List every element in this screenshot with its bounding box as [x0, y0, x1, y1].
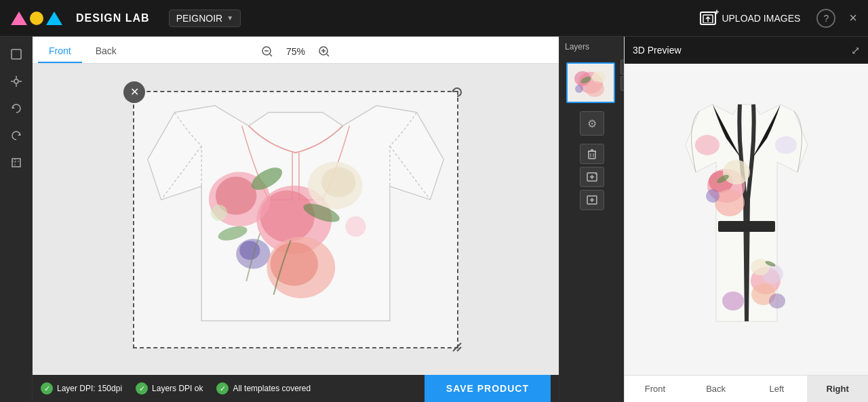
- status-layers-label: Layers DPI ok: [152, 384, 203, 393]
- upload-icon: [700, 12, 716, 25]
- check-layers-icon: ✓: [136, 382, 148, 395]
- logo-pink-triangle: [11, 12, 27, 25]
- header: DESIGN LAB PEIGNOIR ▼ UPLOAD IMAGES ? ×: [0, 0, 868, 37]
- svg-rect-58: [718, 221, 775, 232]
- svg-point-72: [695, 135, 719, 155]
- layers-title: Layers: [559, 37, 624, 57]
- svg-point-61: [723, 160, 750, 184]
- preview-image: [625, 64, 868, 375]
- svg-point-64: [706, 189, 719, 203]
- tab-front[interactable]: Front: [38, 40, 82, 63]
- expand-preview-button[interactable]: ⤢: [851, 44, 860, 57]
- rotate-left-button[interactable]: [4, 96, 28, 121]
- close-design-button[interactable]: ✕: [123, 81, 145, 103]
- preview-panel: 3D Preview ⤢: [624, 37, 868, 402]
- logo-blue-triangle: [46, 12, 62, 25]
- add-image-layer-button[interactable]: +: [580, 167, 604, 187]
- preview-tabs: Front Back Left Right: [625, 375, 868, 402]
- delete-layer-button[interactable]: [580, 144, 604, 164]
- save-product-button[interactable]: SAVE PRODUCT: [425, 375, 551, 402]
- preview-header: 3D Preview ⤢: [625, 37, 868, 64]
- svg-point-63: [715, 189, 745, 216]
- svg-line-22: [457, 347, 461, 351]
- svg-marker-9: [18, 133, 20, 136]
- preview-tab-front[interactable]: Front: [625, 376, 686, 402]
- check-templates-icon: ✓: [216, 382, 229, 395]
- canvas-area: Front Back 75% ✕: [33, 37, 559, 402]
- view-tabs: Front Back 75%: [33, 37, 559, 64]
- svg-text:+: +: [595, 172, 597, 176]
- svg-marker-8: [12, 106, 15, 108]
- svg-point-70: [722, 292, 744, 310]
- logo-yellow-circle: [30, 12, 43, 25]
- move-tool-button[interactable]: [4, 69, 28, 94]
- close-icon[interactable]: ×: [849, 10, 857, 26]
- svg-point-44: [575, 85, 583, 93]
- preview-tab-back[interactable]: Back: [686, 376, 747, 402]
- status-layers-dpi: ✓ Layers DPI ok: [136, 382, 203, 395]
- chevron-down-icon: ▼: [226, 14, 233, 22]
- preview-tab-right[interactable]: Right: [807, 376, 868, 402]
- preview-title: 3D Preview: [633, 45, 682, 56]
- status-templates: ✓ All templates covered: [216, 382, 311, 395]
- product-selector[interactable]: PEIGNOIR ▼: [169, 9, 241, 27]
- status-bar: ✓ Layer DPI: 150dpi ✓ Layers DPI ok ✓ Al…: [33, 375, 559, 402]
- svg-point-73: [775, 136, 797, 154]
- svg-line-15: [270, 54, 272, 56]
- design-area[interactable]: ✕: [133, 91, 458, 348]
- main-layout: Front Back 75% ✕: [0, 37, 868, 402]
- select-tool-button[interactable]: [4, 42, 28, 66]
- svg-line-19: [327, 54, 329, 56]
- svg-point-43: [585, 81, 604, 97]
- svg-rect-45: [589, 151, 595, 159]
- layers-panel: Layers ▲ ▼: [559, 37, 624, 402]
- zoom-value: 75%: [282, 46, 309, 57]
- app-title: DESIGN LAB: [76, 12, 150, 24]
- robe-preview-svg: [665, 91, 828, 348]
- layer-actions: +: [559, 138, 624, 216]
- left-toolbar: [0, 37, 33, 402]
- layer-item[interactable]: [566, 62, 615, 103]
- status-templates-label: All templates covered: [233, 384, 311, 393]
- add-text-layer-button[interactable]: [580, 190, 604, 210]
- tab-back[interactable]: Back: [85, 40, 127, 63]
- upload-label: UPLOAD IMAGES: [722, 13, 800, 24]
- zoom-out-button[interactable]: [258, 42, 277, 61]
- layer-thumb-area: [564, 60, 618, 106]
- preview-tab-left[interactable]: Left: [747, 376, 808, 402]
- crop-tool-button[interactable]: [4, 150, 28, 175]
- rotate-right-button[interactable]: [4, 123, 28, 148]
- canvas-surface[interactable]: ✕: [33, 64, 559, 375]
- svg-rect-10: [12, 159, 20, 167]
- status-dpi-label: Layer DPI: 150dpi: [57, 384, 122, 393]
- help-icon[interactable]: ?: [816, 9, 835, 28]
- check-dpi-icon: ✓: [41, 382, 53, 395]
- layer-settings-button[interactable]: ⚙: [580, 111, 604, 136]
- svg-point-71: [769, 294, 785, 308]
- product-name-label: PEIGNOIR: [176, 13, 222, 24]
- svg-rect-2: [12, 49, 21, 59]
- zoom-in-button[interactable]: [315, 42, 334, 61]
- logo: [11, 12, 62, 25]
- status-dpi: ✓ Layer DPI: 150dpi: [41, 382, 122, 395]
- upload-images-button[interactable]: UPLOAD IMAGES: [692, 7, 808, 29]
- svg-point-3: [14, 79, 18, 83]
- garment-outline: [134, 92, 457, 348]
